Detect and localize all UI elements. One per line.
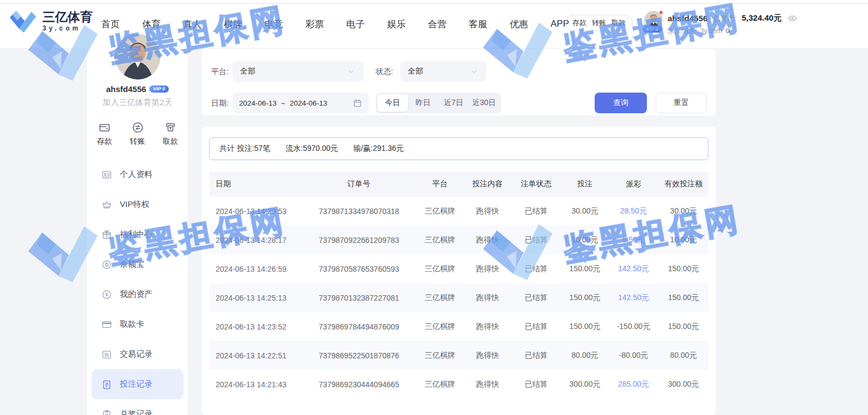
bet-records-panel: 共计 投注:57笔 流水:5970.00元 输/赢:291.36元 日期 订单号	[201, 126, 716, 415]
cell-bet-amount: 80.00元	[561, 341, 608, 370]
cell-payout: 142.50元	[609, 254, 659, 283]
assets-label: 总资产:	[713, 14, 736, 23]
nav-item[interactable]: 娱乐	[387, 18, 406, 30]
sidebar-menu-item[interactable]: 个人资料	[91, 160, 184, 190]
sidebar-quick-action[interactable]: 转账	[130, 121, 145, 147]
nav-item[interactable]: 彩票	[305, 18, 324, 30]
status-select[interactable]: 全部	[400, 61, 486, 82]
cell-date: 2024-06-13 14:22:51	[209, 341, 302, 370]
date-range-button[interactable]: 今日	[377, 94, 408, 112]
sidebar-menu-item[interactable]: 投注记录	[91, 369, 184, 399]
cell-order-number: 7379870587653760593	[302, 254, 417, 283]
cell-payout: 28.50元	[609, 197, 659, 225]
column-header: 投注内容	[464, 172, 511, 197]
nav-item[interactable]: 优惠	[510, 18, 528, 30]
sidebar-quick-action[interactable]: 存款	[97, 121, 112, 147]
nav-item[interactable]: 真人	[183, 18, 201, 30]
table-row: 2024-06-13 14:23:52 7379869784494876009 …	[209, 312, 708, 341]
quick-action-label: 取款	[163, 137, 178, 147]
wallet-quick-link[interactable]: 取款	[612, 18, 626, 28]
column-header: 注单状态	[511, 172, 561, 197]
sidebar-menu-icon	[101, 199, 112, 210]
table-row: 2024-06-13 14:28:17 7379870922661209783 …	[209, 225, 708, 254]
quick-action-icon	[98, 121, 111, 134]
cell-order-number: 7379870132387227081	[302, 283, 417, 312]
sidebar-menu-item[interactable]: VIP特权	[91, 190, 184, 219]
date-range-button-label: 近7日	[444, 98, 463, 108]
summary-item: 流水:5970.00元	[285, 144, 338, 154]
nav-item[interactable]: 棋牌	[224, 18, 242, 30]
cell-platform: 三亿棋牌	[417, 254, 464, 283]
sidebar-menu-item[interactable]: 我的资产	[91, 279, 184, 309]
sidebar-menu-item[interactable]: 交易记录	[91, 339, 184, 369]
sidebar-menu-icon	[101, 289, 112, 300]
cell-valid-amount: 10.00元	[658, 225, 708, 254]
platform-label: 平台:	[211, 61, 229, 82]
sidebar-menu-item[interactable]: 余额宝	[91, 249, 184, 279]
cell-order-number: 7379869230444094665	[302, 370, 417, 399]
platform-select-value: 全部	[240, 66, 255, 76]
nav-item[interactable]: 体育	[142, 18, 161, 30]
cell-order-number: 7379870922661209783	[302, 225, 417, 254]
cell-platform: 三亿棋牌	[417, 312, 464, 341]
page: 三亿体育 3y.com 首页 体育 真人 棋牌 电竞 彩票 电子 娱乐 合营	[0, 0, 868, 415]
nav-item[interactable]: 电竞	[265, 18, 283, 30]
sidebar-quick-action[interactable]: 取款	[163, 121, 178, 147]
cell-order-number: 7379871334978070318	[302, 197, 417, 225]
cell-payout: -80.00元	[609, 341, 659, 370]
wallet-quick-link[interactable]: 转账	[592, 18, 606, 28]
column-header: 日期	[209, 172, 302, 197]
reset-button[interactable]: 重置	[656, 93, 707, 113]
sidebar-menu-label: VIP特权	[120, 199, 149, 210]
cell-status: 已结算	[511, 341, 561, 370]
date-range-button[interactable]: 近7日	[438, 94, 469, 112]
date-range-button[interactable]: 近30日	[469, 94, 499, 112]
cell-bet-amount: 150.00元	[561, 254, 608, 283]
table-row: 2024-06-13 14:26:59 7379870587653760593 …	[209, 254, 708, 283]
main-nav: 首页 体育 真人 棋牌 电竞 彩票 电子 娱乐 合营 客服 优惠 AP	[101, 0, 569, 48]
date-range-button-label: 近30日	[472, 98, 496, 108]
cell-date: 2024-06-13 14:23:52	[209, 312, 302, 341]
query-button[interactable]: 查询	[595, 93, 647, 113]
cell-bet-amount: 150.00元	[561, 312, 608, 341]
column-header: 派彩	[609, 172, 659, 197]
cell-platform: 三亿棋牌	[417, 341, 464, 370]
cell-payout: 9.50元	[609, 225, 659, 254]
column-header: 有效投注额	[658, 172, 708, 197]
column-header: 平台	[417, 172, 464, 197]
cell-valid-amount: 300.00元	[658, 370, 708, 399]
cell-status: 已结算	[511, 254, 561, 283]
bet-records-table: 日期 订单号 平台 投注内容 注单状态 投注 派彩 有效投注额	[209, 172, 708, 399]
cell-date: 2024-06-13 14:28:17	[209, 225, 302, 254]
sidebar-menu-icon	[101, 259, 112, 270]
sidebar-vip-badge: VIP 0	[149, 86, 169, 93]
nav-item[interactable]: 合营	[428, 18, 447, 30]
cell-bet-amount: 300.00元	[561, 370, 608, 399]
sidebar-menu-item[interactable]: 福利中心	[91, 219, 184, 249]
date-tilde: ~	[281, 99, 285, 107]
sidebar-menu-label: 交易记录	[120, 349, 152, 359]
search-icon[interactable]	[724, 27, 732, 35]
cell-platform: 三亿棋牌	[417, 197, 464, 225]
nav-item[interactable]: 电子	[346, 18, 365, 30]
nav-item[interactable]: 客服	[469, 18, 487, 30]
sidebar-menu-item[interactable]: 取款卡	[91, 309, 184, 339]
sidebar-menu-item[interactable]: 兑奖记录	[91, 399, 184, 415]
status-label: 状态:	[376, 61, 393, 82]
cell-date: 2024-06-13 14:25:13	[209, 283, 302, 312]
join-days-text: 加入三亿体育第2天	[87, 97, 188, 108]
date-range-input[interactable]: 2024-06-13 ~ 2024-06-13	[233, 93, 369, 113]
username[interactable]: ahsfd4556	[668, 14, 707, 23]
platform-select[interactable]: 全部	[233, 61, 363, 82]
eye-icon[interactable]	[788, 14, 797, 23]
cell-bet-content: 跑得快	[464, 312, 511, 341]
nav-item[interactable]: 首页	[101, 18, 120, 30]
date-range-button[interactable]: 昨日	[408, 94, 438, 112]
sidebar-menu-label: 取款卡	[120, 319, 144, 329]
profile-avatar[interactable]	[115, 34, 161, 80]
wallet-quick-link[interactable]: 存款	[572, 18, 586, 28]
brand-logo[interactable]: 三亿体育 3y.com	[9, 9, 93, 34]
brand-domain: 3y.com	[42, 25, 93, 32]
permanent-domain: 永久域名: 3y.com	[668, 26, 722, 36]
cell-bet-content: 跑得快	[464, 254, 511, 283]
